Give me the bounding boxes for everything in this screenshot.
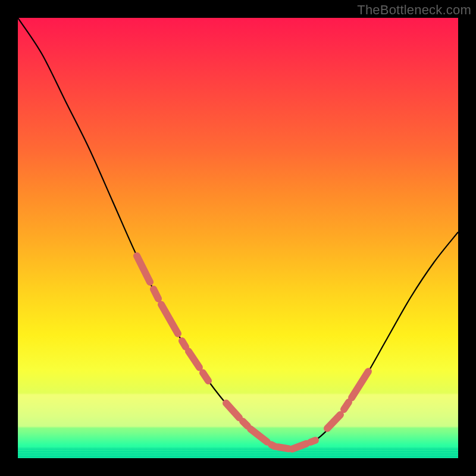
highlight-dash [226, 403, 239, 418]
highlight-dash [292, 444, 306, 449]
highlight-dash [250, 429, 267, 442]
highlight-dash [154, 289, 158, 299]
highlight-dash [203, 373, 208, 381]
watermark-text: TheBottleneck.com [357, 2, 471, 18]
chart-frame: TheBottleneck.com [0, 0, 476, 476]
bottleneck-curve-svg [18, 18, 458, 458]
plot-area [18, 18, 458, 458]
highlight-dash [243, 421, 248, 426]
highlight-dash [161, 305, 178, 334]
highlight-dash [344, 402, 349, 409]
highlight-dash [352, 371, 368, 397]
highlight-dash [182, 341, 186, 347]
highlight-dash [137, 256, 150, 282]
highlight-dash [189, 352, 199, 368]
highlight-dash [311, 440, 315, 442]
highlight-dash [278, 447, 289, 449]
bottleneck-curve [18, 18, 458, 450]
highlight-dash [327, 415, 340, 428]
highlight-dash [271, 444, 275, 446]
highlight-dots-group [137, 256, 368, 449]
